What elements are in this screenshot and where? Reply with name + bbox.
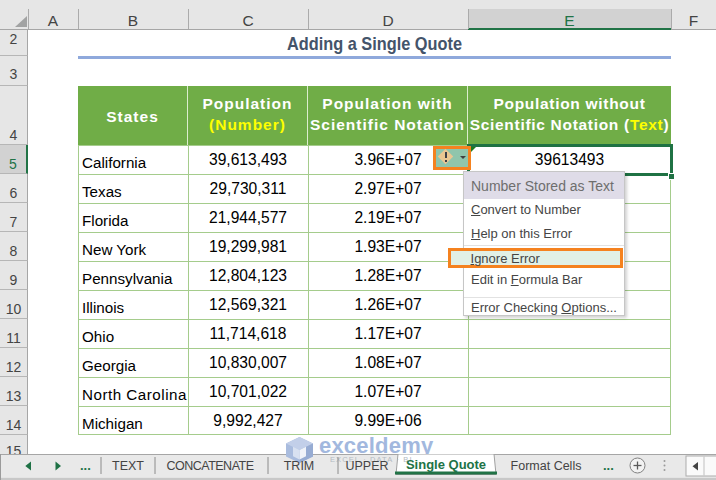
svg-text:TEXT: TEXT — [112, 459, 144, 473]
svg-text:Format Cells: Format Cells — [511, 459, 582, 473]
svg-text:...: ... — [603, 458, 614, 473]
svg-text:...: ... — [80, 458, 91, 473]
svg-text:TRIM: TRIM — [284, 459, 315, 473]
svg-text:CONCATENATE: CONCATENATE — [166, 459, 253, 473]
svg-text:UPPER: UPPER — [345, 459, 388, 473]
svg-text:Single Quote: Single Quote — [406, 457, 486, 472]
